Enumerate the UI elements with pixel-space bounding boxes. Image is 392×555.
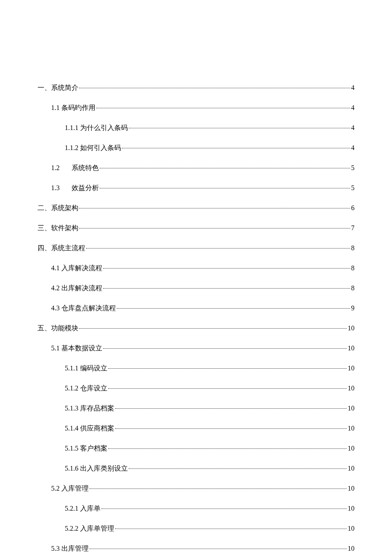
toc-page-number: 8 — [351, 244, 355, 252]
toc-entry[interactable]: 5.1.6 出入库类别设立 10 — [37, 464, 355, 473]
toc-leader-dots — [129, 128, 350, 128]
toc-leader-dots — [96, 108, 350, 108]
toc-entry[interactable]: 1.1 条码旳作用 4 — [37, 104, 355, 113]
toc-number: 4.3 — [51, 304, 60, 312]
toc-entry[interactable]: 三、软件架构 7 — [37, 224, 355, 233]
toc-entry[interactable]: 一、系统简介 4 — [37, 84, 355, 92]
toc-page-number: 10 — [348, 324, 355, 332]
toc-leader-dots — [79, 228, 350, 228]
toc-page-number: 4 — [351, 104, 355, 112]
toc-number: 1.1.2 — [65, 144, 78, 151]
toc-label: 5.1.5 客户档案 — [65, 444, 107, 453]
toc-label: 1.1.1 为什么引入条码 — [65, 124, 128, 133]
toc-entry[interactable]: 二、系统架构 6 — [37, 204, 355, 213]
toc-label: 五、功能模块 — [37, 324, 78, 333]
toc-label: 5.1.4 供应商档案 — [65, 424, 114, 433]
toc-entry[interactable]: 1.3效益分析 5 — [37, 184, 355, 193]
toc-label: 5.1 基本数据设立 — [51, 344, 102, 353]
toc-title: 编码设立 — [80, 364, 107, 372]
toc-title: 出入库类别设立 — [80, 465, 128, 472]
toc-title: 为什么引入条码 — [80, 124, 128, 131]
toc-number: 5.3 — [51, 545, 60, 552]
toc-page-number: 8 — [351, 264, 355, 272]
toc-number: 5.1.4 — [65, 425, 78, 432]
toc-entry[interactable]: 5.1.5 客户档案 10 — [37, 444, 355, 453]
toc-label: 四、系统主流程 — [37, 244, 85, 253]
toc-number: 五、 — [37, 324, 51, 332]
toc-title: 客户档案 — [80, 445, 107, 452]
toc-number: 4.1 — [51, 264, 60, 272]
toc-entry[interactable]: 5.2.1 入库单 10 — [37, 504, 355, 513]
toc-page-number: 10 — [348, 384, 355, 392]
toc-number: 5.2.2 — [65, 525, 78, 532]
toc-number: 1.3 — [51, 184, 60, 191]
toc-entry[interactable]: 5.1.2 仓库设立 10 — [37, 384, 355, 393]
toc-page-number: 10 — [348, 344, 355, 352]
toc-label: 5.1.2 仓库设立 — [65, 384, 107, 393]
toc-leader-dots — [103, 348, 347, 349]
toc-label: 5.3 出库管理 — [51, 544, 89, 553]
toc-title: 系统简介 — [51, 84, 78, 91]
table-of-contents: 一、系统简介 41.1 条码旳作用 41.1.1 为什么引入条码 41.1.2 … — [37, 84, 355, 555]
toc-title: 入库单管理 — [80, 525, 114, 532]
toc-number: 5.2.1 — [65, 505, 78, 512]
toc-entry[interactable]: 四、系统主流程 8 — [37, 244, 355, 253]
toc-leader-dots — [101, 509, 347, 509]
toc-leader-dots — [100, 188, 350, 188]
toc-page-number: 10 — [348, 545, 355, 552]
toc-number: 二、 — [37, 204, 51, 211]
toc-label: 1.2系统特色 — [51, 164, 99, 173]
toc-title: 仓库盘点解决流程 — [61, 304, 116, 312]
toc-leader-dots — [115, 408, 347, 409]
toc-number: 四、 — [37, 244, 51, 251]
toc-number: 5.1.3 — [65, 405, 78, 412]
toc-leader-dots — [108, 448, 347, 449]
toc-label: 5.2.2 入库单管理 — [65, 524, 114, 533]
toc-leader-dots — [103, 288, 350, 289]
toc-page-number: 7 — [351, 224, 355, 232]
toc-title: 条码旳作用 — [61, 104, 95, 111]
toc-title: 系统主流程 — [51, 244, 85, 251]
toc-label: 5.1.1 编码设立 — [65, 364, 107, 373]
toc-number: 5.1.1 — [65, 364, 78, 372]
toc-entry[interactable]: 4.1 入库解决流程 8 — [37, 264, 355, 273]
toc-label: 1.3效益分析 — [51, 184, 99, 193]
toc-number: 5.1.2 — [65, 384, 78, 392]
toc-number: 4.2 — [51, 284, 60, 292]
toc-title: 出库解决流程 — [61, 284, 102, 292]
toc-entry[interactable]: 4.3 仓库盘点解决流程 9 — [37, 304, 355, 313]
toc-entry[interactable]: 5.1.4 供应商档案 10 — [37, 424, 355, 433]
toc-entry[interactable]: 1.2系统特色 5 — [37, 164, 355, 173]
toc-entry[interactable]: 5.2 入库管理 10 — [37, 484, 355, 493]
toc-leader-dots — [129, 468, 347, 469]
toc-leader-dots — [108, 368, 347, 369]
toc-entry[interactable]: 5.1 基本数据设立 10 — [37, 344, 355, 353]
toc-page-number: 5 — [351, 184, 355, 192]
toc-title: 库存品档案 — [80, 405, 114, 412]
toc-page-number: 10 — [348, 405, 355, 412]
toc-title: 效益分析 — [72, 184, 99, 191]
toc-entry[interactable]: 4.2 出库解决流程 8 — [37, 284, 355, 293]
toc-title: 出库管理 — [61, 545, 89, 552]
toc-page-number: 10 — [348, 364, 355, 372]
toc-entry[interactable]: 5.1.1 编码设立 10 — [37, 364, 355, 373]
toc-title: 供应商档案 — [80, 425, 114, 432]
toc-page-number: 10 — [348, 425, 355, 432]
toc-leader-dots — [115, 428, 347, 429]
toc-entry[interactable]: 五、功能模块 10 — [37, 324, 355, 333]
toc-title: 仓库设立 — [80, 384, 107, 392]
toc-entry[interactable]: 5.2.2 入库单管理 10 — [37, 524, 355, 533]
toc-leader-dots — [100, 168, 350, 168]
toc-number: 5.1 — [51, 344, 60, 352]
toc-entry[interactable]: 5.3 出库管理 10 — [37, 544, 355, 553]
toc-page-number: 5 — [351, 164, 355, 172]
toc-title: 系统架构 — [51, 204, 78, 211]
toc-entry[interactable]: 1.1.2 如何引入条码 4 — [37, 144, 355, 153]
toc-entry[interactable]: 5.1.3 库存品档案 10 — [37, 404, 355, 413]
toc-leader-dots — [115, 529, 347, 529]
toc-number: 1.1 — [51, 104, 60, 111]
toc-title: 功能模块 — [51, 324, 78, 332]
toc-title: 入库解决流程 — [61, 264, 102, 272]
toc-label: 5.1.3 库存品档案 — [65, 404, 114, 413]
toc-entry[interactable]: 1.1.1 为什么引入条码 4 — [37, 124, 355, 133]
